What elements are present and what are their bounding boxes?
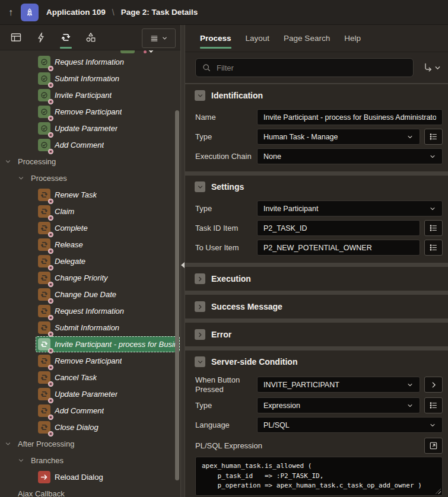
tree-item-label: Close Dialog [55, 423, 99, 432]
section-collapse-button[interactable] [195, 356, 205, 367]
tree-item-remove-participant[interactable]: Remove Participant [0, 352, 180, 369]
tree-item-release[interactable]: Release [0, 236, 180, 253]
toolbar-tab-dynamic-actions[interactable] [30, 25, 52, 50]
section-identification: IdentificationNameInvite Participant - p… [185, 84, 448, 171]
tree-item-claim[interactable]: Claim [0, 203, 180, 219]
breadcrumb-app[interactable]: Application 109 [46, 8, 106, 17]
go-to-button[interactable] [424, 377, 443, 393]
section-collapse-button[interactable] [195, 273, 205, 284]
tree-group-label: After Processing [18, 439, 74, 448]
field-settings-to-user-item-input[interactable]: P2_NEW_POTENTIAL_OWNER [257, 240, 420, 256]
section-collapse-button[interactable] [195, 301, 205, 312]
field-settings-type-label: Type [195, 204, 257, 214]
field-identification-execution-chain-select[interactable]: None [257, 148, 443, 164]
status-badge [49, 249, 53, 253]
tree-group-label: Processes [31, 174, 67, 183]
field-server-side-condition-type-select[interactable]: Expression [257, 397, 420, 413]
status-badge [49, 149, 53, 154]
list-of-values-button[interactable] [424, 397, 443, 413]
tree-group-label: Processing [18, 157, 56, 166]
tree-item-cancel-task[interactable]: Cancel Task [0, 369, 180, 386]
tree-item-add-comment[interactable]: Add Comment [0, 402, 180, 419]
field-identification-type-select[interactable]: Human Task - Manage [257, 129, 420, 145]
status-badge [49, 316, 53, 320]
toolbar-tab-processing[interactable] [55, 25, 77, 50]
status-badge [49, 133, 53, 137]
field-settings-type-select[interactable]: Invite Participant [257, 200, 443, 216]
property-tabs: ProcessLayoutPage SearchHelp [185, 25, 448, 52]
chevron-down-icon [406, 402, 414, 409]
tab-page-search[interactable]: Page Search [284, 25, 330, 52]
section-collapse-button[interactable] [195, 181, 205, 192]
tree-item-branches[interactable]: Branches [0, 452, 180, 469]
status-badge [49, 100, 53, 104]
tree-item-label: Reload Dialog [55, 473, 103, 482]
process-icon [38, 238, 50, 251]
tree-scrollbar[interactable] [175, 50, 180, 497]
app-rocket-icon [21, 4, 39, 21]
tree-item-ajax-callback[interactable]: Ajax Callback [0, 485, 180, 497]
toolbar-tab-page-rendering[interactable] [5, 25, 27, 50]
goto-arrow-icon [422, 62, 434, 74]
tree-context-menu-button[interactable] [142, 28, 176, 48]
scrollbar-thumb[interactable] [175, 110, 179, 480]
toolbar-tab-shared-components[interactable] [80, 25, 102, 50]
panel-splitter[interactable] [180, 25, 185, 497]
section-title: Execution [211, 274, 251, 283]
tree-item-update-parameter[interactable]: Update Parameter [0, 120, 180, 136]
navigate-up-button[interactable]: ↑ [8, 8, 13, 17]
tree-item-remove-participant[interactable]: Remove Participant [0, 103, 180, 120]
tree-item-invite-participant-process-for-business-administrator[interactable]: Invite Participant - process for Busines… [0, 336, 180, 352]
field-server-side-condition-language-select[interactable]: PL/SQL [257, 417, 443, 433]
section-title: Error [211, 330, 231, 339]
section-title: Settings [211, 182, 244, 192]
tree-item-update-parameter[interactable]: Update Parameter [0, 386, 180, 402]
field-settings-task-id-item-input[interactable]: P2_TASK_ID [257, 220, 420, 236]
tab-process[interactable]: Process [200, 25, 231, 52]
section-title: Identification [211, 91, 263, 100]
breadcrumb-page: Page 2: Task Details [121, 8, 198, 17]
tree-group-label: Branches [31, 456, 63, 465]
tree-item-request-information[interactable]: Request Information [0, 53, 180, 70]
field-settings-task-id-item-label: Task ID Item [195, 224, 257, 233]
field-server-side-condition-pl-sql-expression-editor[interactable]: apex_human_task.is_allowed ( p_task_id =… [195, 457, 443, 496]
section-success-message: Success Message [185, 295, 448, 318]
tree-item-submit-information[interactable]: Submit Information [0, 70, 180, 87]
list-of-values-button[interactable] [424, 129, 443, 145]
tree-item-add-comment[interactable]: Add Comment [0, 136, 180, 153]
chevron-down-icon [406, 133, 414, 141]
tab-help[interactable]: Help [344, 25, 361, 52]
chevron-down-icon [406, 381, 414, 388]
expand-code-editor-button[interactable] [424, 438, 443, 454]
field-server-side-condition-when-button-pressed-select[interactable]: INVITE_PARTICIPANT [257, 377, 420, 393]
field-identification-name-input[interactable]: Invite Participant - process for Busines… [257, 109, 443, 125]
tree-item-submit-information[interactable]: Submit Information [0, 319, 180, 336]
tree-item-invite-participant[interactable]: Invite Participant [0, 87, 180, 103]
process-icon [38, 288, 50, 301]
section-collapse-button[interactable] [195, 90, 205, 101]
go-to-component-button[interactable] [420, 59, 443, 76]
chevron-down-icon [429, 422, 436, 429]
tree-item-reload-dialog[interactable]: Reload Dialog [0, 469, 180, 485]
section-collapse-button[interactable] [195, 329, 205, 340]
tree-item-after-processing[interactable]: After Processing [0, 435, 180, 452]
status-badge [49, 232, 53, 237]
filter-input[interactable] [217, 63, 407, 72]
tree-item-change-due-date[interactable]: Change Due Date [0, 286, 180, 302]
list-of-values-button[interactable] [424, 220, 443, 236]
tree-item-renew-task[interactable]: Renew Task [0, 186, 180, 203]
bolt-icon [35, 31, 47, 43]
chevron-down-icon [434, 65, 441, 71]
tree-item-delegate[interactable]: Delegate [0, 253, 180, 269]
splitter-collapse-handle[interactable] [181, 262, 185, 268]
tree-item-complete[interactable]: Complete [0, 219, 180, 236]
task-icon [38, 139, 50, 151]
tree-item-request-information[interactable]: Request Information [0, 302, 180, 319]
tree-item-change-priority[interactable]: Change Priority [0, 269, 180, 286]
tree-item-close-dialog[interactable]: Close Dialog [0, 419, 180, 435]
list-of-values-button[interactable] [424, 240, 443, 256]
tree-item-processing[interactable]: Processing [0, 153, 180, 170]
tab-layout[interactable]: Layout [246, 25, 270, 52]
field-identification-type-label: Type [195, 132, 257, 142]
tree-item-processes[interactable]: Processes [0, 170, 180, 186]
